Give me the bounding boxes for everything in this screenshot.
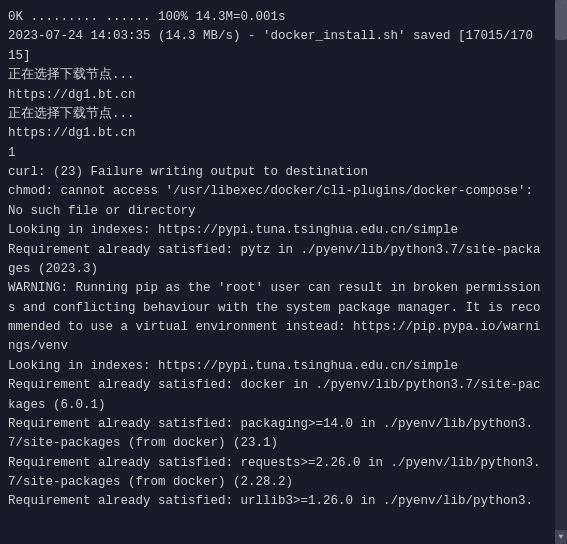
terminal-line: chmod: cannot access '/usr/libexec/docke… <box>8 182 545 221</box>
terminal-line: Requirement already satisfied: requests>… <box>8 454 545 493</box>
terminal-content: 0K ......... ...... 100% 14.3M=0.001s202… <box>8 8 545 536</box>
terminal-line: WARNING: Running pip as the 'root' user … <box>8 279 545 357</box>
terminal-line: https://dg1.bt.cn <box>8 86 545 105</box>
terminal-line: 15] <box>8 47 545 66</box>
terminal-line: Requirement already satisfied: packaging… <box>8 415 545 454</box>
terminal-line: 1 <box>8 144 545 163</box>
terminal-line: https://dg1.bt.cn <box>8 124 545 143</box>
terminal-line: 正在选择下载节点... <box>8 105 545 124</box>
terminal-line: Requirement already satisfied: urllib3>=… <box>8 492 545 511</box>
terminal-line: Requirement already satisfied: docker in… <box>8 376 545 415</box>
terminal-line: Looking in indexes: https://pypi.tuna.ts… <box>8 357 545 376</box>
scrollbar-down-arrow[interactable]: ▼ <box>555 530 567 544</box>
scrollbar-thumb[interactable] <box>555 0 567 40</box>
terminal-line: 0K ......... ...... 100% 14.3M=0.001s <box>8 8 545 27</box>
terminal-line: curl: (23) Failure writing output to des… <box>8 163 545 182</box>
scrollbar[interactable]: ▲ ▼ <box>555 0 567 544</box>
terminal-line: Requirement already satisfied: pytz in .… <box>8 241 545 280</box>
terminal-line: Looking in indexes: https://pypi.tuna.ts… <box>8 221 545 240</box>
terminal-line: 2023-07-24 14:03:35 (14.3 MB/s) - 'docke… <box>8 27 545 46</box>
terminal-line: 正在选择下载节点... <box>8 66 545 85</box>
terminal-window: 0K ......... ...... 100% 14.3M=0.001s202… <box>0 0 567 544</box>
